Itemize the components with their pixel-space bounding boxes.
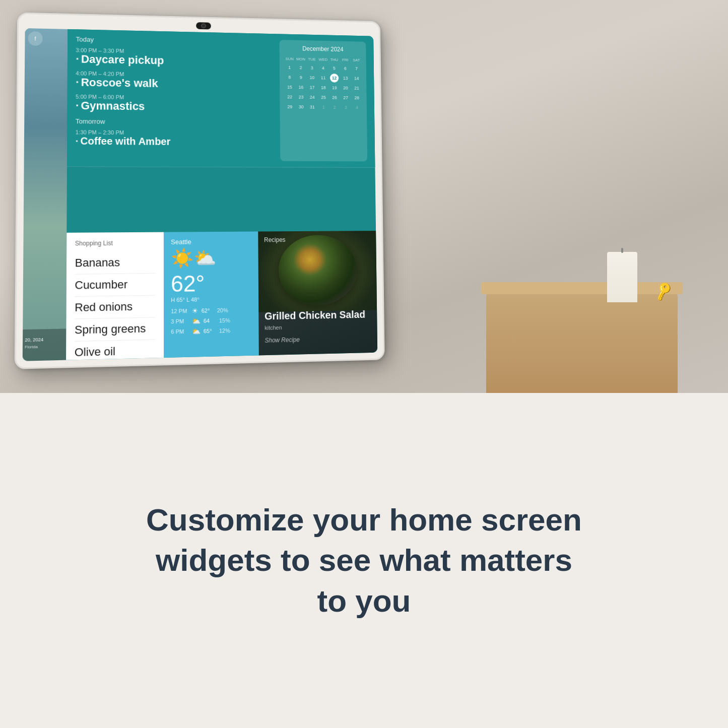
photo-strip: f 20, 2024 Florida [23,28,68,361]
schedule-left: Today 3:00 PM – 3:30 PM ·Daycare pickup … [76,35,273,161]
shopping-widget: Shopping List Bananas Cucumber Red onion… [66,232,164,360]
cal-day-19: 19 [330,83,339,92]
cal-day-22: 22 [285,93,294,102]
cal-day-21: 21 [352,84,361,93]
weather-lo: L 48° [186,296,200,303]
nightstand [486,292,678,393]
shopping-item-red-onions: Red onions [75,296,156,319]
cal-day-23: 23 [297,93,305,102]
cal-header-mon: MON [296,56,306,62]
cal-header-tue: TUE [307,56,317,62]
cal-day-18: 18 [319,83,327,92]
shopping-item-bananas: Bananas [75,251,156,275]
forecast-temp-1: 62° [202,307,214,314]
calendar-month: December 2024 [284,45,361,53]
cal-day-3: 3 [308,63,316,73]
cal-day-5: 5 [330,64,339,73]
forecast-temp-2: 64 [204,317,216,324]
device-screen: f 20, 2024 Florida Today 3:00 PM – 3:30 … [23,28,377,361]
bullet-tomorrow: · [76,135,79,146]
echo-show-device: f 20, 2024 Florida Today 3:00 PM – 3:30 … [15,12,385,369]
weather-icon-area: ☀️⛅ [171,247,251,270]
bullet-2: · [76,76,79,89]
shopping-title: Shopping List [75,239,156,247]
cal-day-n2: 2 [330,103,339,112]
forecast-row-1: 12 PM ☀ 62° 20% [171,306,251,315]
firefly-logo: f [28,31,43,46]
cal-day-28: 28 [352,93,361,102]
forecast-temp-3: 65° [204,328,216,335]
calendar-grid: SUN MON TUE WED THU FRI SAT 1 2 3 4 [284,55,362,112]
shopping-item-spring-greens: Spring greens [75,317,156,341]
weather-sun-icon: ☀️⛅ [171,247,216,269]
forecast-precip-3: 12% [219,327,230,334]
camera-notch [196,22,211,29]
cal-header-wed: WED [318,56,328,63]
forecast-time-2: 3 PM [171,318,188,324]
cal-day-17: 17 [308,83,316,92]
marketing-headline: Customize your home screen widgets to se… [138,500,591,622]
schedule-title-3: ·Gymnastics [76,100,272,114]
weather-widget: Seattle ☀️⛅ 62° H 65° L 48° 12 PM ☀ 62 [164,231,259,357]
camera-lens [201,23,206,28]
bullet-1: · [76,52,79,65]
today-label: Today [76,35,272,47]
weather-hi-lo: H 65° L 48° [171,296,251,303]
cal-day-10: 10 [308,73,316,82]
cal-day-9: 9 [297,73,305,82]
cal-header-sat: SAT [351,57,361,63]
forecast-row-2: 3 PM ⛅ 64 15% [171,316,251,325]
recipe-source: kitchen [264,324,282,331]
photo-location: Florida [25,345,38,350]
cal-day-31: 31 [308,103,316,112]
cal-day-n4: 4 [353,103,361,112]
weather-hi: H 65° [171,297,185,303]
widgets-row: Shopping List Bananas Cucumber Red onion… [66,231,377,360]
candle-decoration [607,252,637,302]
recipe-widget[interactable]: Recipes Grilled Chicken Salad kitchen Sh… [258,231,377,355]
cal-day-14: 14 [352,74,361,83]
cal-day-16: 16 [297,83,305,92]
forecast-icon-2: ⛅ [192,317,201,325]
calendar-widget: December 2024 SUN MON TUE WED THU FRI SA… [280,40,368,161]
cal-day-4: 4 [319,63,327,73]
cal-day-20: 20 [341,84,350,93]
recipe-name: Grilled Chicken Salad [264,309,365,322]
firefly-icon: f [35,36,36,41]
top-section: 🔑 f 20, 2024 Florida Today [0,0,728,393]
forecast-time-1: 12 PM [171,308,188,314]
forecast-icon-1: ☀ [192,307,198,315]
schedule-item-1: 3:00 PM – 3:30 PM ·Daycare pickup [76,47,272,69]
weather-location: Seattle [171,238,251,246]
cal-day-n3: 3 [342,103,350,112]
schedule-title-tomorrow: ·Coffee with Amber [76,135,273,148]
cal-day-27: 27 [341,93,350,102]
forecast-time-3: 6 PM [171,328,188,335]
forecast-precip-2: 15% [219,317,230,324]
cal-day-30: 30 [297,102,305,111]
schedule-title-2: ·Roscoe's walk [76,77,272,92]
cal-day-7: 7 [352,64,361,73]
cal-day-13: 13 [341,74,350,83]
bullet-3: · [76,99,79,112]
tomorrow-label: Tomorrow [76,117,272,127]
shopping-item-olive-oil: Olive oil [75,340,156,361]
forecast-row-3: 6 PM ⛅ 65° 12% [171,326,251,336]
schedule-item-2: 4:00 PM – 4:20 PM ·Roscoe's walk [76,71,272,92]
cal-day-1: 1 [285,63,294,72]
cal-day-8: 8 [285,73,294,82]
cal-header-sun: SUN [284,55,294,62]
recipe-label: Recipes [264,236,286,243]
forecast-precip-1: 20% [217,307,228,314]
cal-day-12: 12 [330,74,339,83]
cal-day-25: 25 [319,93,327,102]
show-recipe-button[interactable]: Show Recipe [264,336,300,344]
cal-day-11: 11 [319,74,327,83]
schedule-widget: Today 3:00 PM – 3:30 PM ·Daycare pickup … [67,29,375,167]
cal-header-fri: FRI [340,57,350,63]
weather-temperature: 62° [171,271,251,297]
schedule-item-3: 5:00 PM – 6:00 PM ·Gymnastics [76,94,272,114]
schedule-item-tomorrow: 1:30 PM – 2:30 PM ·Coffee with Amber [76,129,273,148]
cal-day-15: 15 [285,83,294,92]
main-content: Today 3:00 PM – 3:30 PM ·Daycare pickup … [66,29,377,360]
